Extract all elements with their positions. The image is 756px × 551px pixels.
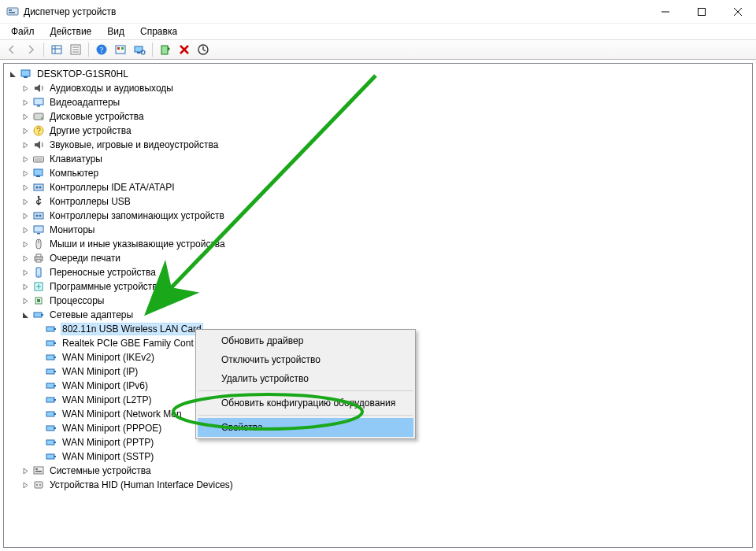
forward-button[interactable] [22, 41, 39, 58]
mouse-icon [32, 238, 45, 250]
svg-rect-63 [54, 342, 56, 344]
tree-expander-closed[interactable] [20, 139, 31, 150]
cpu-icon [32, 294, 45, 307]
tree-category[interactable]: Устройства HID (Human Interface Devices) [7, 478, 752, 492]
titlebar: Диспетчер устройств [0, 0, 756, 24]
tree-expander-closed[interactable] [20, 239, 31, 250]
audio-icon [32, 139, 45, 151]
svg-rect-73 [54, 413, 56, 415]
device-tree-panel[interactable]: DESKTOP-G1SR0HL Аудиовходы и аудиовыходы… [3, 63, 753, 548]
context-menu: Обновить драйверОтключить устройствоУдал… [195, 329, 416, 439]
tree-category[interactable]: Процессоры [7, 294, 752, 308]
tree-category[interactable]: Клавиатуры [7, 152, 752, 166]
tree-expander-closed[interactable] [20, 210, 31, 221]
network-adapter-icon [45, 394, 57, 406]
context-menu-item[interactable]: Обновить драйвер [198, 331, 413, 350]
svg-rect-66 [46, 369, 54, 374]
tree-device[interactable]: WAN Miniport (SSTP) [7, 449, 752, 464]
update-driver-button[interactable] [195, 41, 212, 58]
svg-rect-76 [46, 440, 54, 445]
tree-category[interactable]: Системные устройства [7, 464, 752, 478]
tree-category-label: Видеоадаптеры [48, 96, 121, 109]
tree-category[interactable]: Контроллеры IDE ATA/ATAPI [7, 180, 752, 194]
tree-category[interactable]: Очереди печати [7, 251, 752, 265]
tree-expander-closed[interactable] [20, 153, 31, 165]
storage-ctrl-icon [32, 209, 45, 222]
tree-category[interactable]: Сетевые адаптеры [7, 308, 752, 322]
svg-rect-7 [52, 46, 61, 54]
svg-rect-0 [7, 8, 18, 15]
tree-expander-closed[interactable] [20, 479, 31, 490]
tree-expander-closed[interactable] [20, 83, 31, 94]
menu-file[interactable]: Файл [5, 25, 41, 38]
toolbar-icon-2[interactable] [112, 41, 129, 58]
context-menu-item[interactable]: Свойства [198, 418, 413, 437]
svg-rect-37 [34, 169, 43, 176]
svg-rect-27 [24, 76, 28, 78]
menu-action[interactable]: Действие [44, 25, 98, 38]
tree-expander-open[interactable] [7, 68, 18, 80]
disk-icon [32, 110, 45, 123]
tree-category[interactable]: Контроллеры USB [7, 194, 752, 209]
context-menu-item[interactable]: Обновить конфигурацию оборудования [198, 394, 413, 412]
context-menu-item[interactable]: Удалить устройство [198, 369, 413, 388]
tree-category[interactable]: Аудиовходы и аудиовыходы [7, 81, 752, 95]
tree-category[interactable]: Программные устройства [7, 279, 752, 294]
scan-hardware-button[interactable] [131, 41, 148, 58]
storage-ctrl-icon [32, 181, 45, 194]
tree-category[interactable]: Мониторы [7, 223, 752, 237]
menu-help[interactable]: Справка [134, 25, 183, 38]
software-icon [32, 280, 45, 293]
properties-button[interactable] [67, 41, 84, 58]
tree-category-label: Очереди печати [48, 252, 122, 264]
tree-category[interactable]: Компьютер [7, 166, 752, 180]
tree-expander-closed[interactable] [20, 168, 31, 179]
context-menu-item[interactable]: Отключить устройство [198, 350, 413, 369]
tree-device-label: Realtek PCIe GBE Family Cont [61, 337, 195, 349]
menu-view[interactable]: Вид [101, 25, 131, 38]
tree-expander-closed[interactable] [20, 224, 31, 235]
svg-rect-28 [34, 98, 43, 105]
tree-root[interactable]: DESKTOP-G1SR0HL [7, 67, 752, 81]
tree-expander-closed[interactable] [20, 111, 31, 122]
tree-expander-closed[interactable] [20, 295, 31, 306]
back-button[interactable] [3, 41, 20, 58]
tree-category[interactable]: Мыши и иные указывающие устройства [7, 237, 752, 251]
tree-category[interactable]: Звуковые, игровые и видеоустройства [7, 138, 752, 152]
network-adapter-icon [45, 422, 57, 435]
close-button[interactable] [720, 0, 756, 23]
enable-device-button[interactable] [157, 41, 174, 58]
svg-point-85 [39, 484, 41, 486]
tree-expander-closed[interactable] [20, 125, 31, 136]
tree-expander-closed[interactable] [20, 182, 31, 193]
tree-category-label: Звуковые, игровые и видеоустройства [48, 139, 220, 151]
tree-category[interactable]: ? Другие устройства [7, 124, 752, 138]
help-button[interactable]: ? [93, 41, 110, 58]
tree-device-label: WAN Miniport (PPPOE) [61, 422, 163, 435]
show-hidden-button[interactable] [48, 41, 65, 58]
tree-expander-closed[interactable] [20, 465, 31, 476]
tree-expander-closed[interactable] [20, 267, 31, 278]
svg-rect-26 [21, 70, 30, 76]
tree-category-label: Дисковые устройства [48, 110, 146, 123]
tree-expander-open[interactable] [20, 309, 31, 320]
svg-rect-80 [34, 467, 43, 474]
svg-rect-16 [116, 46, 125, 54]
tree-expander-closed[interactable] [20, 196, 31, 207]
uninstall-device-button[interactable] [176, 41, 193, 58]
tree-category-label: Устройства HID (Human Interface Devices) [48, 479, 235, 491]
tree-expander-closed[interactable] [20, 97, 31, 108]
hid-icon [32, 479, 45, 491]
tree-category-label: Клавиатуры [48, 153, 104, 165]
tree-device-label: WAN Miniport (L2TP) [61, 394, 154, 406]
portable-icon [32, 266, 45, 279]
tree-category[interactable]: Видеоадаптеры [7, 95, 752, 109]
tree-category[interactable]: Переносные устройства [7, 265, 752, 279]
tree-expander-closed[interactable] [20, 281, 31, 292]
svg-rect-78 [46, 454, 54, 459]
tree-category[interactable]: Дисковые устройства [7, 109, 752, 124]
tree-expander-closed[interactable] [20, 253, 31, 264]
tree-category[interactable]: Контроллеры запоминающих устройств [7, 209, 752, 223]
minimize-button[interactable] [647, 0, 684, 23]
maximize-button[interactable] [684, 0, 720, 23]
